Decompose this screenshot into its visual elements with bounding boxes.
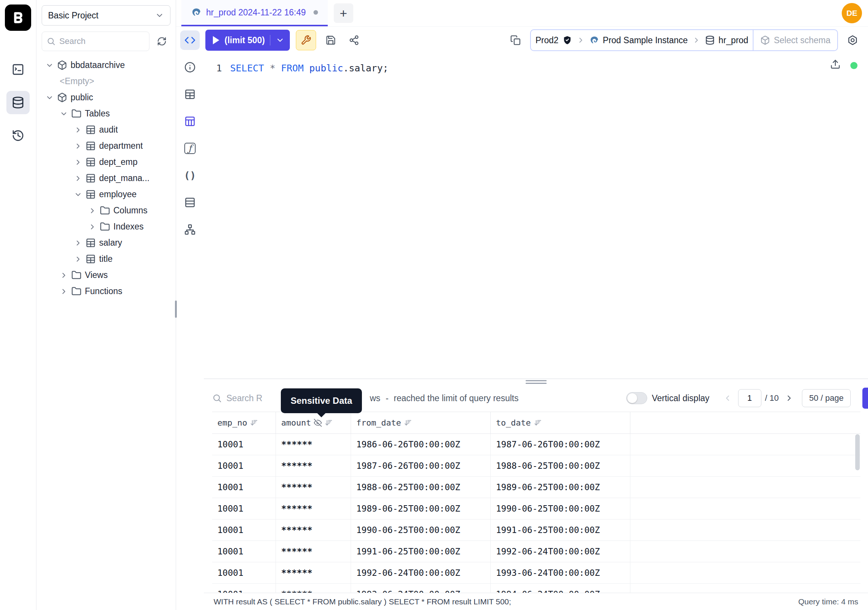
next-page-button[interactable] xyxy=(782,391,797,406)
table-cell: 1987-06-26T00:00:00Z xyxy=(491,434,630,455)
table-row[interactable]: 10001******1989-06-25T00:00:00Z1990-06-2… xyxy=(212,498,860,520)
table-cell: 1993-06-24T00:00:00Z xyxy=(491,562,630,584)
column-label: from_date xyxy=(356,418,401,427)
prev-page-button[interactable] xyxy=(720,391,735,406)
parameters-icon[interactable]: () xyxy=(180,166,200,185)
bytebase-logo[interactable] xyxy=(5,5,31,31)
connection-status-dot xyxy=(850,62,857,69)
copy-icon xyxy=(510,35,521,45)
copy-statement-button[interactable] xyxy=(507,31,524,49)
table-cell: 1988-06-25T00:00:00Z xyxy=(351,477,491,498)
sort-icon[interactable] xyxy=(534,419,542,427)
function-icon[interactable]: ƒ xyxy=(180,139,200,158)
code-line[interactable]: SELECT * FROM public.salary; xyxy=(230,63,389,379)
scrollbar-thumb[interactable] xyxy=(855,434,860,470)
instance-crumb[interactable]: Prod Sample Instance xyxy=(585,35,692,45)
info-icon[interactable] xyxy=(180,57,200,77)
sidebar-search-input[interactable]: Search xyxy=(42,31,149,51)
table-cell: ****** xyxy=(276,434,351,455)
sort-icon[interactable] xyxy=(250,419,258,427)
tree-item-indexes[interactable]: Indexes xyxy=(42,219,170,235)
share-button[interactable] xyxy=(346,31,363,49)
sql-editor[interactable]: 1 SELECT * FROM public.salary; xyxy=(204,54,868,379)
table-cell: 1990-06-25T00:00:00Z xyxy=(491,498,630,520)
tree-item-tables[interactable]: Tables xyxy=(42,106,170,122)
er-diagram-icon[interactable] xyxy=(180,220,200,239)
table-row[interactable]: 10001******1990-06-25T00:00:00Z1991-06-2… xyxy=(212,520,860,541)
tree-item-title[interactable]: title xyxy=(42,251,170,267)
tree-item-dept-mana[interactable]: dept_mana... xyxy=(42,170,170,186)
environment-label: Prod2 xyxy=(535,35,558,45)
results-panel: Search R ws - reached the limit of query… xyxy=(204,385,868,593)
schema-selector[interactable]: Select schema xyxy=(753,30,837,50)
content-row: ƒ () (limit 500) xyxy=(176,27,868,610)
table-scrollbar[interactable] xyxy=(855,434,860,584)
table-cell: 1989-06-25T00:00:00Z xyxy=(491,477,630,498)
tree-item-public[interactable]: public xyxy=(42,89,170,106)
column-header-emp_no[interactable]: emp_no xyxy=(212,412,276,434)
refresh-button[interactable] xyxy=(153,33,170,50)
tree-item-functions[interactable]: Functions xyxy=(42,283,170,300)
results-summary: ws - reached the limit of query results xyxy=(370,393,518,404)
editor-actions xyxy=(830,59,857,72)
table-cell: 1987-06-26T00:00:00Z xyxy=(351,455,491,477)
sql-editor-nav-icon[interactable] xyxy=(6,58,29,81)
table-row[interactable]: 10001******1986-06-26T00:00:00Z1987-06-2… xyxy=(212,434,860,455)
side-panel-toggle[interactable] xyxy=(862,388,868,409)
limit-note: reached the limit of query results xyxy=(394,393,518,404)
tree-item-dept-emp[interactable]: dept_emp xyxy=(42,154,170,170)
search-icon xyxy=(212,393,222,403)
table-row[interactable]: 10001******1993-06-24T00:00:00Z1994-06-2… xyxy=(212,584,860,593)
row-count-partial: ws xyxy=(370,393,380,404)
admin-mode-button[interactable] xyxy=(296,30,316,50)
table-cell: ****** xyxy=(276,584,351,593)
tree-item-salary[interactable]: salary xyxy=(42,235,170,251)
breadcrumb-separator-icon xyxy=(577,36,585,44)
environment-crumb[interactable]: Prod2 xyxy=(531,35,576,45)
table-row[interactable]: 10001******1988-06-25T00:00:00Z1989-06-2… xyxy=(212,477,860,498)
run-button[interactable]: (limit 500) xyxy=(205,29,290,51)
vertical-display-toggle[interactable] xyxy=(626,392,647,404)
column-header-amount[interactable]: amount xyxy=(276,412,351,434)
table-info-icon[interactable] xyxy=(180,84,200,104)
current-page-input[interactable]: 1 xyxy=(738,389,761,407)
add-tab-button[interactable]: + xyxy=(334,3,353,23)
table-cell: 10001 xyxy=(212,477,276,498)
tab-hr-prod[interactable]: hr_prod 2024-11-22 16:49 xyxy=(181,0,328,26)
sample-data-icon[interactable] xyxy=(180,112,200,131)
export-button[interactable] xyxy=(830,59,841,72)
tree-item-columns[interactable]: Columns xyxy=(42,202,170,219)
chevron-down-icon xyxy=(155,11,164,20)
table-icon[interactable] xyxy=(180,193,200,212)
avatar[interactable]: DE xyxy=(842,3,862,23)
database-nav-icon[interactable] xyxy=(6,91,29,114)
panel-splitter[interactable] xyxy=(204,379,868,385)
table-cell-filler xyxy=(630,562,860,584)
code-panel-icon[interactable] xyxy=(180,30,200,50)
tree-item-label: bbdataarchive xyxy=(71,60,125,70)
tree-item-audit[interactable]: audit xyxy=(42,122,170,138)
page-size-select[interactable]: 50 / page xyxy=(802,389,851,407)
sort-icon[interactable] xyxy=(325,419,333,427)
table-row[interactable]: 10001******1991-06-25T00:00:00Z1992-06-2… xyxy=(212,541,860,562)
tree-item-employee[interactable]: employee xyxy=(42,186,170,202)
save-button[interactable] xyxy=(322,31,339,49)
table-cell-filler xyxy=(630,541,860,562)
sort-icon[interactable] xyxy=(404,419,412,427)
tree-item-bbdataarchive[interactable]: bbdataarchive xyxy=(42,57,170,73)
tree-item-department[interactable]: department xyxy=(42,138,170,154)
project-selector[interactable]: Basic Project xyxy=(42,5,170,26)
column-header-to_date[interactable]: to_date xyxy=(491,412,630,434)
table-cell: 10001 xyxy=(212,498,276,520)
ai-assistant-button[interactable] xyxy=(844,31,861,49)
table-row[interactable]: 10001******1987-06-26T00:00:00Z1988-06-2… xyxy=(212,455,860,477)
tree-item-views[interactable]: Views xyxy=(42,267,170,283)
history-nav-icon[interactable] xyxy=(6,124,29,147)
sidebar-resize-handle[interactable] xyxy=(175,301,177,318)
table-cell-filler xyxy=(630,455,860,477)
tree-item-label: Indexes xyxy=(113,222,144,232)
database-crumb[interactable]: hr_prod xyxy=(701,35,753,45)
app-window: Basic Project Search bbdataarchive<Empty… xyxy=(0,0,868,610)
column-header-from_date[interactable]: from_date xyxy=(351,412,491,434)
table-row[interactable]: 10001******1992-06-24T00:00:00Z1993-06-2… xyxy=(212,562,860,584)
